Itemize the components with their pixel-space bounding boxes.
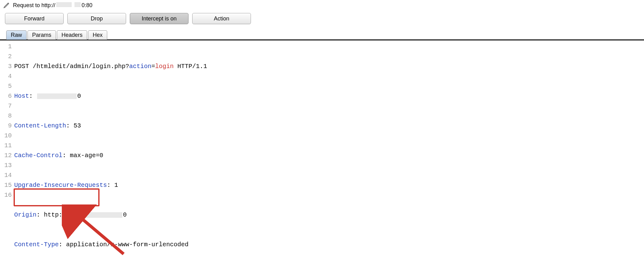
header-upgrade-insecure: Upgrade-Insecure-Requests: 1: [14, 180, 644, 190]
redacted-ip-2: [74, 2, 81, 7]
tab-hex[interactable]: Hex: [88, 30, 107, 40]
line-number: 9: [0, 121, 12, 131]
line-gutter: 1 2 3 4 5 6 7 8 9 10 11 12 13 14 15 16: [0, 42, 14, 258]
header-content-type: Content-Type: application/x-www-form-url…: [14, 240, 644, 250]
line-number: 10: [0, 131, 12, 141]
line-number: 6: [0, 91, 12, 101]
intercept-button[interactable]: Intercept is on: [130, 13, 189, 24]
title-prefix: Request to http://: [13, 2, 55, 9]
redacted-origin: [70, 212, 122, 218]
line-number: 12: [0, 151, 12, 161]
header-content-length: Content-Length: 53: [14, 121, 644, 131]
request-title: Request to http:// 0:80: [13, 2, 92, 9]
line-number: 15: [0, 180, 12, 190]
line-number: 13: [0, 161, 12, 170]
line-number: 3: [0, 62, 12, 71]
header-host: Host: 0: [14, 91, 644, 101]
redacted-host: [37, 93, 77, 99]
line-number: 14: [0, 170, 12, 180]
tab-headers[interactable]: Headers: [57, 30, 87, 40]
request-editor[interactable]: 1 2 3 4 5 6 7 8 9 10 11 12 13 14 15 16 P…: [0, 41, 644, 258]
line-number: 1: [0, 42, 12, 52]
drop-button[interactable]: Drop: [67, 13, 126, 24]
line-number: 4: [0, 71, 12, 81]
title-suffix: 0:80: [82, 2, 92, 9]
forward-button[interactable]: Forward: [5, 13, 64, 24]
header-origin: Origin: http://0: [14, 210, 644, 220]
line-number: 5: [0, 81, 12, 91]
line-number: 16: [0, 190, 12, 200]
toolbar: Forward Drop Intercept is on Action: [0, 10, 644, 28]
line-number: 8: [0, 111, 12, 121]
action-button[interactable]: Action: [192, 13, 251, 24]
edit-icon: [3, 2, 10, 9]
tab-params[interactable]: Params: [28, 30, 56, 40]
line-number: 11: [0, 141, 12, 151]
line-number: 7: [0, 101, 12, 111]
tab-bar: Raw Params Headers Hex: [0, 28, 644, 41]
redacted-ip: [56, 2, 72, 7]
tab-raw[interactable]: Raw: [6, 30, 27, 40]
request-header: Request to http:// 0:80: [0, 0, 644, 10]
request-line: POST /htmledit/admin/login.php?action=lo…: [14, 62, 644, 71]
line-number: 2: [0, 52, 12, 62]
header-cache-control: Cache-Control: max-age=0: [14, 151, 644, 161]
code-body[interactable]: POST /htmledit/admin/login.php?action=lo…: [14, 42, 644, 258]
